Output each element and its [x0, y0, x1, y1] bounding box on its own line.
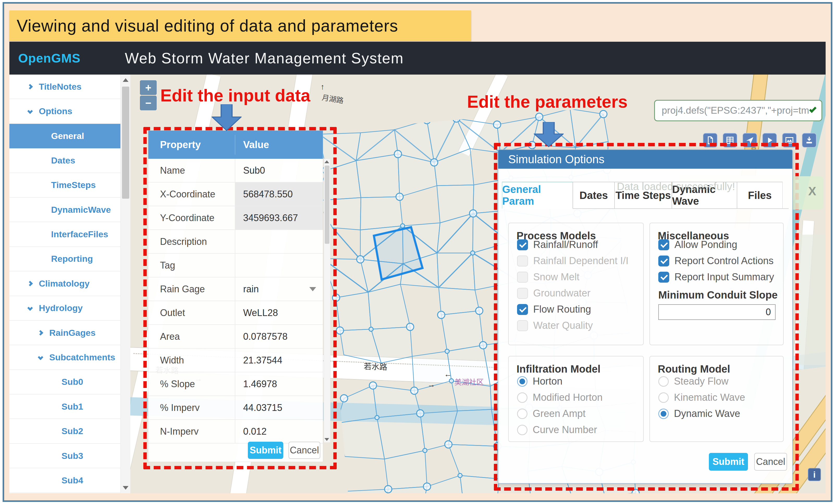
property-editor-panel: Property Value NameSub0 X-Coordinate5684…: [148, 130, 323, 462]
checkbox-report-input-summary[interactable]: Report Input Summary: [658, 271, 774, 283]
radio-modified-horton[interactable]: Modified Horton: [517, 392, 603, 403]
value-field[interactable]: WeLL28: [235, 301, 323, 324]
raingage-select[interactable]: rain: [235, 278, 323, 301]
sidebar-item-general[interactable]: General: [9, 124, 120, 148]
table-row-slope: % Slope1.46978: [148, 372, 323, 396]
radio-selected-icon[interactable]: [517, 376, 528, 387]
sidebar-item-dates[interactable]: Dates: [9, 148, 120, 173]
checkbox-icon[interactable]: [517, 288, 528, 299]
scrollbar-thumb[interactable]: [122, 86, 129, 199]
radio-green-ampt[interactable]: Green Ampt: [517, 408, 586, 419]
value-field[interactable]: Sub0: [235, 159, 323, 182]
zoom-out-button[interactable]: −: [140, 96, 157, 110]
checkbox-allow-ponding[interactable]: Allow Ponding: [658, 239, 737, 250]
model-tree-sidebar: TitleNotes Options General Dates TimeSte…: [9, 75, 120, 493]
cancel-button[interactable]: Cancel: [288, 442, 320, 459]
radio-dynamic-wave[interactable]: Dynamic Wave: [658, 408, 740, 419]
radio-horton[interactable]: Horton: [517, 376, 563, 387]
checkbox-groundwater[interactable]: Groundwater: [517, 288, 591, 299]
value-field[interactable]: 3459693.667: [235, 206, 323, 229]
checkbox-rainfall-dependent[interactable]: Rainfall Dependent I/I: [517, 255, 628, 266]
table-row-raingage: Rain Gagerain: [148, 278, 323, 301]
sidebar-scrollbar[interactable]: [120, 75, 130, 493]
sidebar-item-reporting[interactable]: Reporting: [9, 247, 120, 271]
radio-icon[interactable]: [517, 392, 528, 403]
min-conduit-slope-input[interactable]: 0: [658, 304, 776, 320]
checkbox-flow-routing[interactable]: Flow Routing: [517, 304, 591, 315]
scroll-down-icon[interactable]: [123, 486, 128, 490]
radio-icon[interactable]: [517, 425, 528, 435]
value-field[interactable]: 21.37544: [235, 349, 323, 372]
table-scrollbar[interactable]: [324, 159, 330, 443]
checkbox-report-control-actions[interactable]: Report Control Actions: [658, 255, 774, 266]
radio-icon[interactable]: [658, 376, 669, 387]
dialog-submit-button[interactable]: Submit: [709, 453, 748, 471]
value-field[interactable]: 0.0787578: [235, 325, 323, 348]
chevron-down-icon[interactable]: [309, 287, 316, 291]
checkbox-rainfall-runoff[interactable]: Rainfall/Runoff: [517, 239, 598, 250]
radio-kinematic-wave[interactable]: Kinematic Wave: [658, 392, 745, 403]
info-button[interactable]: i: [808, 468, 821, 481]
sidebar-item-dynamicwave[interactable]: DynamicWave: [9, 198, 120, 222]
value-field[interactable]: [235, 254, 323, 277]
app-title: Web Storm Water Management System: [125, 49, 404, 67]
value-field[interactable]: 44.03715: [235, 396, 323, 419]
chevron-right-icon: [27, 84, 33, 89]
sidebar-item-timesteps[interactable]: TimeSteps: [9, 173, 120, 198]
table-row-width: Width21.37544: [148, 349, 323, 372]
tab-dates[interactable]: Dates: [573, 182, 614, 209]
checkbox-checked-icon[interactable]: [658, 239, 669, 250]
sidebar-item-sub2[interactable]: Sub2: [9, 419, 120, 444]
scrollbar-thumb[interactable]: [325, 165, 329, 244]
scroll-down-icon[interactable]: [324, 438, 329, 441]
value-field[interactable]: 0.012: [235, 420, 323, 443]
checkbox-checked-icon[interactable]: [658, 272, 669, 283]
chevron-down-icon: [38, 355, 43, 360]
sidebar-item-sub0[interactable]: Sub0: [9, 370, 120, 395]
sidebar-item-titlenotes[interactable]: TitleNotes: [9, 75, 120, 99]
radio-steady-flow[interactable]: Steady Flow: [658, 376, 728, 387]
oneway-arrow: ←: [444, 370, 452, 379]
chevron-right-icon: [27, 281, 33, 286]
checkbox-checked-icon[interactable]: [517, 304, 528, 315]
down-arrow-icon: [534, 122, 564, 147]
sidebar-item-climatology[interactable]: Climatology: [9, 271, 120, 296]
radio-icon[interactable]: [517, 408, 528, 419]
checkbox-icon[interactable]: [517, 256, 528, 266]
sidebar-item-raingages[interactable]: RainGages: [9, 321, 120, 345]
value-field[interactable]: 1.46978: [235, 372, 323, 396]
scroll-up-icon[interactable]: [123, 78, 128, 82]
download-button[interactable]: [802, 133, 816, 147]
dialog-cancel-button[interactable]: Cancel: [754, 453, 787, 471]
zoom-in-button[interactable]: +: [140, 80, 157, 95]
submit-button[interactable]: Submit: [248, 442, 283, 459]
sidebar-item-subcatchments[interactable]: Subcatchments: [9, 345, 120, 370]
radio-icon[interactable]: [658, 392, 669, 403]
sidebar-item-options[interactable]: Options: [9, 99, 120, 124]
app-header: OpenGMS Web Storm Water Management Syste…: [9, 42, 826, 75]
slide-title: Viewing and visual editing of data and p…: [17, 16, 398, 36]
scroll-up-icon[interactable]: [324, 160, 329, 163]
checkbox-icon[interactable]: [517, 272, 528, 283]
table-row-description: Description: [148, 230, 323, 254]
checkbox-water-quality[interactable]: Water Quality: [517, 320, 593, 331]
checkbox-checked-icon[interactable]: [517, 239, 528, 250]
radio-curve-number[interactable]: Curve Number: [517, 424, 597, 436]
down-arrow-icon: [211, 104, 242, 131]
checkbox-icon[interactable]: [517, 320, 528, 331]
sidebar-item-sub4[interactable]: Sub4: [9, 468, 120, 493]
dialog-title: Simulation Options: [498, 150, 792, 169]
sidebar-item-sub1[interactable]: Sub1: [9, 395, 120, 419]
checkbox-snow-melt[interactable]: Snow Melt: [517, 271, 579, 283]
sidebar-item-hydrology[interactable]: Hydrology: [9, 296, 120, 321]
chevron-down-icon: [27, 108, 33, 114]
sidebar-item-interfacefiles[interactable]: InterfaceFiles: [9, 222, 120, 247]
radio-selected-icon[interactable]: [658, 408, 669, 419]
value-field[interactable]: [235, 230, 323, 253]
tab-general-param[interactable]: General Param: [502, 182, 573, 209]
sidebar-item-sub3[interactable]: Sub3: [9, 444, 120, 468]
checkbox-checked-icon[interactable]: [658, 256, 669, 266]
value-field[interactable]: 568478.550: [235, 182, 323, 206]
toast-close-button[interactable]: X: [808, 184, 816, 198]
projection-input[interactable]: proj4.defs("EPSG:2437","+proj=tmerc +l: [654, 100, 822, 121]
